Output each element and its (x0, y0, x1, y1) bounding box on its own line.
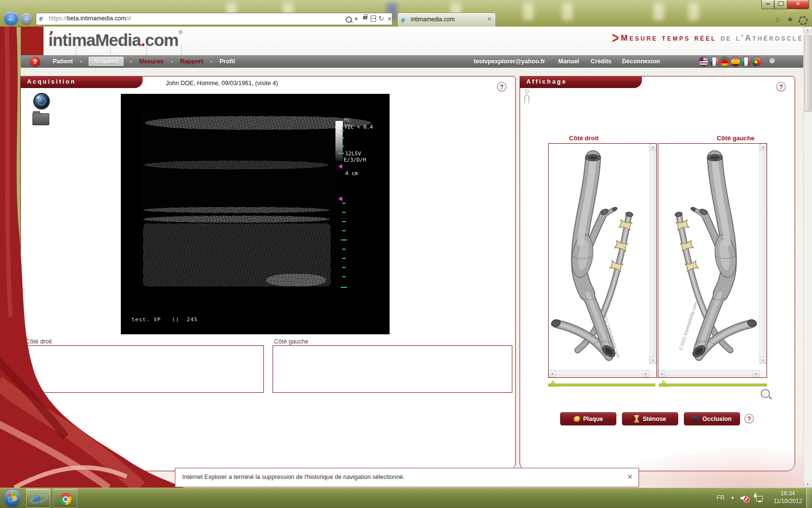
vessel-layer (144, 161, 329, 169)
header-divider (76, 45, 76, 55)
vertical-scrollbar[interactable]: ▲ ▼ (649, 144, 656, 364)
display-help-button[interactable]: ? (776, 82, 786, 91)
plaque-button[interactable]: Plaque (560, 412, 616, 425)
nav-link-manuel[interactable]: Manuel (558, 58, 579, 65)
artery-diagram-box-right[interactable]: © 2011 IntimaMedia.com ▲ ▼ ◄ ► (548, 143, 657, 378)
occlusion-icon (692, 416, 699, 422)
nav-item-acquerir[interactable]: Acquérir (88, 57, 124, 66)
acquisition-help-button[interactable]: ? (497, 82, 507, 91)
scroll-left-icon[interactable]: ◄ (658, 371, 665, 377)
horizontal-scrollbar[interactable]: ◄ ► (549, 370, 650, 377)
nav-help-button[interactable]: ? (30, 57, 40, 67)
slider-thumb[interactable] (659, 380, 668, 387)
mode-label: E/3/D/H (344, 157, 366, 163)
scrollbar-thumb[interactable] (804, 35, 812, 112)
scroll-down-icon[interactable]: ▼ (760, 357, 767, 364)
window-minimize-button[interactable] (761, 0, 775, 9)
favorites-star-icon[interactable]: ★ (787, 15, 793, 24)
zoom-slider-left[interactable] (659, 381, 767, 388)
artery-diagram[interactable] (658, 144, 759, 373)
nav-item-rapport[interactable]: Rapport (179, 58, 204, 65)
scroll-down-icon[interactable]: ▼ (804, 481, 812, 488)
page-scrollbar[interactable]: ▲ ▼ (803, 27, 812, 488)
zoom-magnifier-icon[interactable] (761, 389, 770, 398)
stenose-label: Sténose (643, 416, 667, 422)
stop-icon[interactable]: ✕ (387, 15, 392, 22)
taskbar-chrome-button[interactable] (53, 489, 77, 508)
language-indicator[interactable]: FR (717, 494, 725, 501)
browser-back-button[interactable]: ← (4, 12, 18, 25)
scroll-up-icon[interactable]: ▲ (760, 144, 767, 150)
nav-item-mesures[interactable]: Mesures (138, 58, 165, 65)
window-close-button[interactable]: ✕ (787, 0, 809, 9)
flag-it-icon[interactable] (741, 57, 751, 67)
refresh-icon[interactable]: ↻ (378, 15, 384, 22)
flag-de-icon[interactable] (720, 57, 730, 67)
right-side-measurements-box[interactable] (25, 345, 264, 393)
focus-marker-icon (338, 164, 342, 169)
stenose-button[interactable]: Sténose (622, 412, 678, 425)
taskbar-ie-button[interactable]: e (26, 489, 50, 508)
url-text[interactable]: https://beta.intimamedia.com/# (49, 15, 131, 22)
flag-fr-icon[interactable] (709, 57, 719, 67)
site-logo[interactable]: intimaMedia.com® (48, 29, 183, 50)
zoom-slider-right[interactable] (548, 381, 655, 388)
scroll-up-icon[interactable]: ▲ (804, 27, 812, 33)
capture-camera-button[interactable] (33, 93, 50, 109)
tic-label: TIC < 0.4 (344, 124, 373, 130)
scroll-left-icon[interactable]: ◄ (549, 371, 555, 377)
ultrasound-image[interactable]: MI: TIC < 0.4 12L5V E/3/D/H 4 cm test. V… (121, 94, 390, 334)
scroll-up-icon[interactable]: ▲ (650, 144, 656, 150)
flag-pt-icon[interactable] (752, 57, 762, 67)
flag-es-icon[interactable] (730, 57, 740, 67)
nav-item-profil[interactable]: Profil (218, 58, 236, 65)
network-icon[interactable] (754, 494, 763, 502)
taskbar-clock[interactable]: 16:34 11/10/2012 (769, 490, 806, 505)
chevron-icon: > (612, 29, 619, 46)
scroll-right-icon[interactable]: ► (753, 371, 760, 377)
forward-icon: → (23, 15, 29, 22)
address-bar[interactable]: e https://beta.intimamedia.com/# ▾ ↻ ✕ (36, 13, 392, 25)
slider-thumb[interactable] (548, 380, 558, 387)
tab-close-icon[interactable]: ✕ (487, 16, 492, 22)
wallpaper-blob (688, 3, 699, 20)
volume-muted-icon[interactable] (740, 494, 747, 501)
search-icon[interactable] (346, 16, 352, 24)
scroll-down-icon[interactable]: ▼ (650, 357, 656, 364)
notification-close-icon[interactable]: ✕ (627, 473, 633, 480)
scroll-right-icon[interactable]: ► (643, 371, 650, 377)
left-side-label: Côté gauche (274, 338, 308, 345)
nav-link-deconnexion[interactable]: Déconnexion (622, 58, 660, 65)
show-desktop-button[interactable] (806, 488, 812, 508)
browser-tab[interactable]: e intimamedia.com ✕ (397, 13, 496, 27)
artery-diagram[interactable] (549, 144, 650, 373)
nav-item-patient[interactable]: Patient (52, 58, 74, 65)
compatibility-view-icon[interactable] (371, 15, 376, 23)
settings-gear-icon[interactable] (798, 16, 808, 27)
main-navigation: ? Patient • Acquérir • Mesures • Rapport… (21, 55, 803, 68)
depth-label: 4 cm (345, 170, 358, 177)
header-divider (110, 45, 111, 55)
nav-separator: • (80, 59, 82, 64)
occlusion-button[interactable]: Occlusion (684, 412, 740, 425)
browser-forward-button[interactable]: → (21, 13, 32, 24)
home-icon[interactable]: ⌂ (775, 15, 780, 23)
slider-track[interactable] (659, 384, 767, 386)
nav-separator: • (130, 59, 132, 64)
left-side-measurements-box[interactable] (273, 345, 512, 393)
vertical-scrollbar[interactable]: ▲ ▼ (759, 144, 767, 364)
wallpaper-blob (653, 3, 664, 20)
flag-us-icon[interactable] (698, 57, 709, 67)
nav-link-credits[interactable]: Crédits (591, 58, 611, 65)
search-dropdown-icon[interactable]: ▾ (355, 15, 358, 22)
focus-marker-icon (338, 196, 342, 201)
legend-help-button[interactable]: ? (744, 414, 754, 423)
horizontal-scrollbar[interactable]: ◄ ► (658, 370, 760, 377)
tray-expand-icon[interactable]: ▲ (730, 495, 735, 500)
window-maximize-button[interactable] (774, 0, 788, 9)
grayscale-calibration-bar (335, 121, 343, 163)
artery-diagram-box-left[interactable]: © 2011 IntimaMedia.com ▲ ▼ ◄ ► (658, 143, 767, 378)
open-folder-button[interactable] (32, 113, 49, 125)
start-button[interactable] (4, 490, 21, 507)
slider-track[interactable] (548, 384, 655, 386)
